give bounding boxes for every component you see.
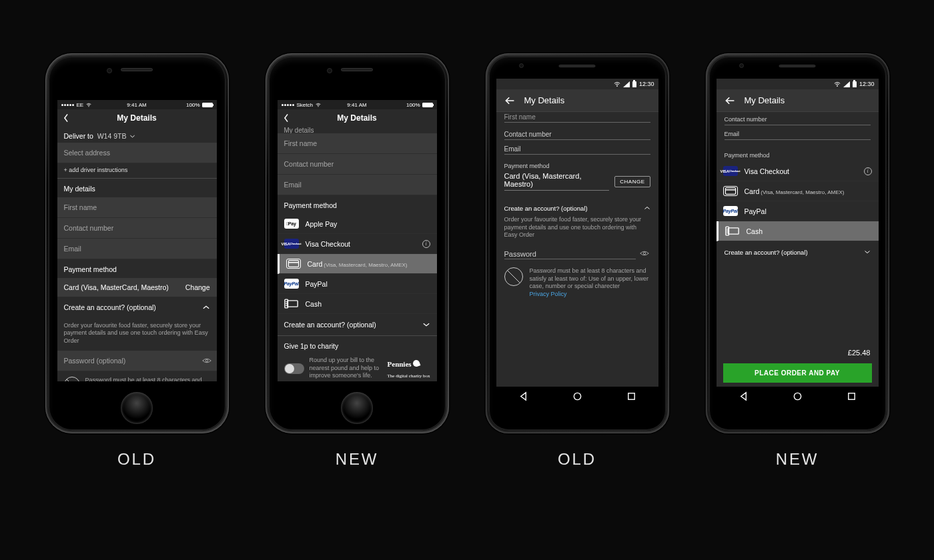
nav-back-icon[interactable] [739, 391, 749, 401]
wifi-icon [86, 103, 91, 107]
pay-option-cash[interactable]: Cash [278, 294, 437, 314]
email-field[interactable]: Email [496, 141, 658, 156]
first-name-field[interactable] [278, 133, 437, 154]
contact-number-field[interactable] [278, 154, 437, 175]
android-old: 12:30 My Details First name Contact numb… [486, 53, 669, 433]
android-appbar: My Details [496, 89, 658, 112]
password-field[interactable]: Password [496, 245, 658, 261]
email-field[interactable] [57, 239, 217, 259]
pay-option-apple-pay[interactable]: Pay Apple Pay [278, 214, 437, 234]
signal-icon [623, 81, 630, 87]
pay-option-cash[interactable]: Cash [717, 221, 879, 241]
battery-icon [422, 103, 433, 107]
create-account-toggle[interactable]: Create an account? (optional) [57, 297, 217, 317]
place-order-button[interactable]: PLACE ORDER AND PAY [723, 363, 872, 383]
battery-percent: 100% [406, 102, 420, 108]
page-title: My Details [524, 95, 565, 105]
brand-logo-icon [504, 267, 523, 286]
payment-selector[interactable]: Card (Visa, Mastercard, Maestro) CHANGE [496, 172, 658, 196]
select-address-input[interactable] [57, 143, 217, 163]
payment-value: Card (Visa, Mastercard, Maestro) [504, 172, 610, 191]
back-icon[interactable] [63, 113, 69, 123]
charity-toggle[interactable] [284, 363, 304, 374]
battery-icon [632, 81, 636, 87]
create-account-label: Create an account? (optional) [725, 249, 808, 256]
create-account-label: Create an account? (optional) [504, 205, 588, 212]
pay-label: Visa Checkout [306, 240, 351, 248]
nav-recents-icon[interactable] [626, 391, 636, 401]
card-label: Card (Visa, MasterCard, Maestro) [64, 283, 169, 291]
section-payment: Payment method [717, 141, 879, 161]
nav-home-icon[interactable] [572, 391, 582, 401]
info-icon[interactable]: i [864, 167, 872, 175]
pay-option-visa-checkout[interactable]: VISACheckout Visa Checkout i [278, 234, 437, 254]
change-button[interactable]: CHANGE [614, 176, 650, 187]
chevron-down-icon [129, 134, 135, 139]
pay-label: Card [745, 187, 760, 195]
pay-label: Cash [747, 227, 763, 235]
create-account-toggle[interactable]: Create an account? (optional) [717, 241, 879, 263]
status-time: 12:30 [639, 81, 654, 87]
cutoff-my-details: My details [278, 127, 437, 133]
battery-icon [853, 81, 857, 87]
back-icon[interactable] [283, 113, 290, 123]
section-my-details: My details [57, 179, 217, 197]
create-account-toggle[interactable]: Create an account? (optional) [496, 196, 658, 213]
chevron-up-icon [644, 204, 650, 212]
payment-card-row[interactable]: Card (Visa, MasterCard, Maestro) Change [57, 278, 217, 297]
nav-back-icon[interactable] [518, 391, 528, 401]
email-field[interactable]: Email [717, 127, 879, 141]
card-icon [286, 259, 301, 269]
ios-status-bar: EE 9:41 AM 100% [57, 100, 217, 109]
eye-icon[interactable] [640, 249, 649, 258]
order-total: £25.48 [717, 346, 879, 359]
back-icon[interactable] [504, 96, 515, 105]
pay-label: PayPal [306, 280, 328, 288]
wifi-icon [316, 103, 321, 107]
deliver-to-row[interactable]: Deliver to W14 9TB [57, 127, 217, 143]
contact-number-field[interactable]: Contact number [717, 112, 879, 127]
create-account-help: Order your favourite food faster, secure… [57, 317, 217, 351]
first-name-field[interactable]: First name [496, 112, 658, 127]
create-account-toggle[interactable]: Create an account? (optional) [278, 314, 437, 335]
wifi-icon [834, 81, 841, 87]
email-field[interactable] [278, 175, 437, 195]
pay-label: Cash [306, 300, 322, 308]
eye-icon[interactable] [202, 356, 211, 365]
iphone-new: Sketch 9:41 AM 100% My Details My detail… [266, 53, 449, 433]
comparison-stage: EE 9:41 AM 100% My Details Deliver to W [0, 0, 934, 560]
battery-percent: 100% [186, 102, 199, 108]
pay-option-card[interactable]: Card(Visa, Mastercard, Maestro, AMEX) [278, 254, 437, 274]
chevron-up-icon [202, 303, 210, 311]
visa-checkout-icon: VISACheckout [723, 166, 738, 176]
nav-recents-icon[interactable] [847, 391, 857, 401]
nav-home-icon[interactable] [793, 391, 803, 401]
pay-option-visa-checkout[interactable]: VISACheckout Visa Checkout i [717, 161, 879, 181]
pay-option-card[interactable]: Card(Visa, Mastercard, Maestro, AMEX) [717, 181, 879, 201]
password-field[interactable] [57, 351, 217, 371]
back-icon[interactable] [725, 96, 735, 105]
visa-checkout-icon: VISACheckout [284, 239, 299, 249]
password-rules: Password must be at least 8 characters a… [530, 267, 650, 299]
ios-navbar: My Details [57, 109, 217, 127]
change-link[interactable]: Change [185, 283, 210, 291]
info-icon[interactable]: i [422, 240, 430, 248]
add-driver-instructions[interactable]: + add driver instructions [57, 163, 217, 178]
contact-number-field[interactable]: Contact number [496, 127, 658, 141]
privacy-policy-link[interactable]: Privacy Policy [530, 291, 567, 297]
status-time: 9:41 AM [347, 102, 366, 108]
deliver-value: W14 9TB [97, 132, 127, 140]
caption-new: NEW [336, 450, 379, 469]
first-name-field[interactable] [57, 197, 217, 218]
android-navbar [717, 387, 879, 405]
ios-status-bar: Sketch 9:41 AM 100% [278, 100, 437, 109]
create-account-help: Order your favourite food faster, secure… [496, 213, 658, 245]
pay-option-paypal[interactable]: PayPal PayPal [717, 201, 879, 221]
signal-icon [843, 81, 850, 87]
screen-android-old: 12:30 My Details First name Contact numb… [496, 79, 658, 405]
caption-new: NEW [776, 450, 819, 469]
pay-option-paypal[interactable]: PayPal PayPal [278, 274, 437, 294]
section-payment: Payment method [496, 156, 658, 172]
status-time: 12:30 [859, 81, 875, 87]
contact-number-field[interactable] [57, 218, 217, 239]
